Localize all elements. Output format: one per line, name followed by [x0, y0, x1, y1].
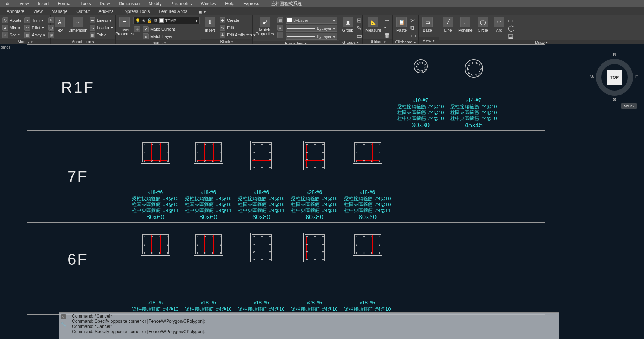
arc-button[interactable]: ◠Arc	[492, 16, 507, 33]
plot-icon: 🖶	[154, 18, 158, 23]
menu-help[interactable]: Help	[221, 1, 239, 6]
tsp-tool[interactable]: ☰	[277, 32, 284, 38]
tab-addins[interactable]: Add-ins	[94, 9, 118, 14]
group-select-icon[interactable]: ▭	[357, 32, 362, 39]
menu-express[interactable]: Express	[239, 1, 263, 6]
viewcube-north[interactable]: N	[613, 52, 616, 57]
match-properties-button[interactable]: 🖌MatchProperties	[254, 16, 275, 37]
menu-view[interactable]: View	[15, 1, 34, 6]
draw-extra-1[interactable]: ▭	[508, 17, 515, 24]
wcs-badge[interactable]: WCS	[621, 103, 637, 109]
block-create-button[interactable]: ✚Create	[219, 17, 256, 24]
menu-tools[interactable]: Tools	[76, 1, 95, 6]
drawing-canvas[interactable]: ame] R1F ×10-#7梁柱接頭箍筋#4@10柱圍束區箍筋#4@10柱中央…	[0, 44, 644, 339]
grid-cell	[129, 45, 182, 131]
block-edit-button[interactable]: ✎Edit	[219, 24, 256, 31]
menu-edit[interactable]: dit	[1, 1, 15, 6]
polyline-button[interactable]: ⟋Polyline	[457, 16, 474, 33]
grid-cell: ×28-#6梁柱接頭箍筋#4@10柱圍束區箍筋#4@10柱中央區箍筋#4@156…	[288, 131, 341, 223]
drawing-grid: R1F ×10-#7梁柱接頭箍筋#4@10柱圍束區箍筋#4@10柱中央區箍筋#4…	[27, 44, 545, 315]
draw-extra-3[interactable]: ▨	[508, 32, 515, 39]
array-button[interactable]: ▦Array ▾	[24, 32, 46, 38]
mirror-button[interactable]: ▲Mirror	[1, 24, 22, 31]
insert-button[interactable]: ⬇Insert	[203, 16, 217, 33]
base-view-button[interactable]: ▭Base	[420, 16, 435, 33]
viewcube-east[interactable]: E	[635, 74, 638, 80]
panel-clipboard: 📋Paste ✂⧉▭ Clipboard	[393, 15, 419, 44]
layer-dropdown[interactable]: 💡 ☀ 🔓 🖶 TEMP ▾	[133, 17, 200, 24]
menu-window[interactable]: Window	[196, 1, 221, 6]
copy-icon[interactable]: ⧉	[410, 25, 416, 31]
panel-modify: ↻Rotate ▲Mirror ⤢Scale ✂Trim ▾ ◠Fillet ▾…	[0, 15, 51, 44]
distance-icon[interactable]: ↔	[384, 17, 390, 24]
tab-annotate[interactable]: Annotate	[2, 9, 29, 14]
make-current-button[interactable]: ✔Make Current	[142, 26, 176, 32]
layer-properties-button[interactable]: ≣LayerProperties	[117, 16, 132, 37]
menu-draw[interactable]: Draw	[95, 1, 115, 6]
measure-button[interactable]: 📐Measure	[364, 16, 383, 33]
text-button[interactable]: AText	[52, 16, 67, 33]
layer-tool-1[interactable]: ✚	[133, 26, 141, 32]
point-icon[interactable]: •	[384, 24, 390, 31]
color-tool[interactable]: ▤	[277, 17, 284, 24]
grid-cell: ×18-#6梁柱接頭箍筋#4@10	[341, 223, 394, 315]
line-button[interactable]: ╱Line	[441, 16, 455, 33]
draw-extra-2[interactable]: ◯	[508, 25, 515, 32]
menu-format[interactable]: Format	[53, 1, 76, 6]
lwt-tool[interactable]: ≡	[277, 24, 284, 31]
command-settings-icon[interactable]: 🔧	[61, 322, 66, 327]
match-layer-button[interactable]: ≋Match Layer	[142, 33, 176, 40]
linetype-bylayer-dropdown[interactable]: ByLayer▾	[286, 33, 337, 40]
viewcube-south[interactable]: S	[613, 97, 616, 102]
grid-cell	[341, 45, 394, 131]
grid-cell	[182, 45, 235, 131]
tabs-expand-icon[interactable]: ▣ ▾	[194, 9, 210, 14]
menu-dimension[interactable]: Dimension	[115, 1, 144, 6]
tab-view[interactable]: View	[29, 9, 47, 14]
tab-featured-apps[interactable]: Featured Apps	[154, 9, 192, 14]
linear-button[interactable]: ⊢Linear ▾	[89, 17, 114, 24]
command-window[interactable]: ✕ 🔧 Command: *Cancel* Command: Specify o…	[59, 312, 559, 339]
table-button[interactable]: ▦Table	[89, 32, 114, 38]
grid-cell	[500, 131, 545, 223]
leader-button[interactable]: ↘Leader ▾	[89, 24, 114, 31]
grid-cell	[447, 131, 500, 223]
layer-color-swatch	[159, 18, 164, 23]
command-history-line: Command: Specify opposite corner or [Fen…	[72, 329, 557, 334]
copyclip-icon[interactable]: ▭	[410, 32, 416, 39]
tab-express-tools[interactable]: Express Tools	[118, 9, 154, 14]
tab-manage[interactable]: Manage	[47, 9, 72, 14]
fillet-button[interactable]: ◠Fillet ▾	[24, 24, 46, 31]
circle-button[interactable]: ◯Circle	[476, 16, 490, 33]
rotate-button[interactable]: ↻Rotate	[1, 17, 22, 24]
color-bylayer-dropdown[interactable]: ByLayer▾	[286, 17, 337, 24]
dimension-button[interactable]: ↔Dimension	[69, 16, 87, 33]
lineweight-bylayer-dropdown[interactable]: ByLayer▾	[286, 25, 337, 32]
command-close-icon[interactable]: ✕	[61, 314, 66, 319]
trim-button[interactable]: ✂Trim ▾	[24, 17, 46, 24]
grid-cell: ×28-#6梁柱接頭箍筋#4@10	[288, 223, 341, 315]
paste-button[interactable]: 📋Paste	[394, 16, 409, 33]
view-cube[interactable]: TOP N S W E	[592, 55, 637, 99]
drawing-tab-label: ame]	[1, 45, 10, 49]
sun-icon: ☀	[142, 18, 146, 23]
ungroup-icon[interactable]: ⊟	[357, 17, 362, 24]
grid-cell: ×18-#6梁柱接頭箍筋#4@10柱圍束區箍筋#4@10柱中央區箍筋#4@116…	[235, 131, 288, 223]
group-button[interactable]: ▣Group	[340, 16, 355, 33]
viewcube-top-face[interactable]: TOP	[607, 70, 622, 85]
custom-app-menu[interactable]: 撿料圖程式系統	[266, 1, 306, 7]
panel-groups: ▣Group ⊟✎▭ Groups	[339, 15, 363, 44]
command-history-line: Command: Specify opposite corner or [Fen…	[72, 319, 557, 324]
menu-modify[interactable]: Modify	[144, 1, 166, 6]
bulb-icon: 💡	[135, 18, 140, 23]
menu-parametric[interactable]: Parametric	[166, 1, 196, 6]
viewcube-west[interactable]: W	[590, 74, 594, 80]
group-edit-icon[interactable]: ✎	[357, 25, 362, 32]
cut-icon[interactable]: ✂	[410, 17, 416, 24]
chevron-down-icon: ▾	[196, 18, 198, 23]
calc-icon[interactable]: ▦	[384, 32, 390, 39]
edit-attributes-button[interactable]: AEdit Attributes ▾	[219, 32, 256, 38]
tab-output[interactable]: Output	[72, 9, 94, 14]
menu-insert[interactable]: Insert	[33, 1, 53, 6]
scale-button[interactable]: ⤢Scale	[1, 32, 22, 38]
